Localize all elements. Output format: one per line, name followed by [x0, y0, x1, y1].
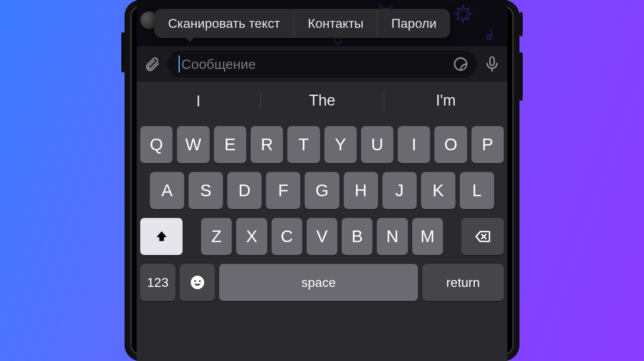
keyboard-row-3: Z X C V B N M [140, 218, 504, 255]
popover-contacts[interactable]: Контакты [294, 9, 377, 38]
key-n[interactable]: N [377, 218, 407, 255]
sticker-icon[interactable] [453, 56, 469, 72]
popover-passwords[interactable]: Пароли [377, 9, 450, 38]
text-field-popover: Сканировать текст Контакты Пароли [154, 9, 450, 38]
key-emoji[interactable] [180, 264, 215, 301]
key-t[interactable]: T [287, 126, 320, 163]
keyboard-row-2: A S D F G H J K L [140, 172, 504, 209]
keyboard-row-1: Q W E R T Y U I O P [140, 126, 504, 163]
suggestion-3[interactable]: I'm [384, 92, 507, 110]
phone-side-button-right-1 [519, 12, 523, 36]
key-w[interactable]: W [177, 126, 209, 163]
key-d[interactable]: D [227, 172, 262, 209]
message-placeholder: Сообщение [181, 56, 256, 72]
key-k[interactable]: K [421, 172, 455, 209]
phone-side-button-right-2 [519, 52, 523, 101]
suggestion-1[interactable]: I [137, 93, 260, 110]
key-delete[interactable] [461, 218, 504, 255]
key-v[interactable]: V [307, 218, 337, 255]
key-return[interactable]: return [422, 264, 504, 301]
svg-point-7 [191, 276, 204, 289]
attachment-icon[interactable] [142, 54, 162, 74]
message-input-bar: Сообщение [137, 46, 507, 82]
svg-point-8 [194, 280, 196, 282]
key-g[interactable]: G [305, 172, 339, 209]
key-x[interactable]: X [236, 218, 267, 255]
key-z[interactable]: Z [201, 218, 232, 255]
key-s[interactable]: S [189, 172, 223, 209]
shift-icon [155, 230, 168, 243]
keyboard-rows: Q W E R T Y U I O P A S D F G H [137, 120, 507, 361]
emoji-icon [189, 274, 206, 290]
key-f[interactable]: F [266, 172, 300, 209]
key-shift[interactable] [140, 218, 183, 255]
keyboard-row-4: 123 space return [140, 264, 504, 301]
text-caret [179, 56, 180, 73]
key-e[interactable]: E [214, 126, 246, 163]
microphone-icon[interactable] [482, 54, 502, 74]
key-m[interactable]: M [412, 218, 443, 255]
key-numeric[interactable]: 123 [140, 264, 175, 301]
key-y[interactable]: Y [324, 126, 357, 163]
svg-rect-3 [490, 57, 494, 66]
suggestion-bar: I The I'm [137, 82, 507, 120]
svg-point-1 [335, 37, 341, 44]
key-q[interactable]: Q [140, 126, 172, 163]
delete-icon [474, 228, 491, 245]
key-a[interactable]: A [150, 172, 184, 209]
phone-frame: Сканировать текст Контакты Пароли Сообще… [125, 0, 519, 361]
key-u[interactable]: U [361, 126, 393, 163]
phone-side-button-left [121, 32, 125, 73]
message-input[interactable]: Сообщение [167, 50, 477, 78]
key-b[interactable]: B [342, 218, 372, 255]
key-p[interactable]: P [472, 126, 504, 163]
key-c[interactable]: C [272, 218, 302, 255]
key-i[interactable]: I [398, 126, 430, 163]
key-j[interactable]: J [382, 172, 417, 209]
key-r[interactable]: R [251, 126, 283, 163]
screen: Сканировать текст Контакты Пароли Сообще… [137, 0, 507, 361]
key-h[interactable]: H [344, 172, 378, 209]
key-space[interactable]: space [219, 264, 418, 301]
keyboard: I The I'm Q W E R T Y U I O P A [137, 82, 507, 361]
key-l[interactable]: L [460, 172, 494, 209]
svg-point-9 [199, 280, 201, 282]
popover-scan-text[interactable]: Сканировать текст [154, 9, 294, 38]
key-o[interactable]: O [434, 126, 467, 163]
suggestion-2[interactable]: The [260, 92, 384, 110]
